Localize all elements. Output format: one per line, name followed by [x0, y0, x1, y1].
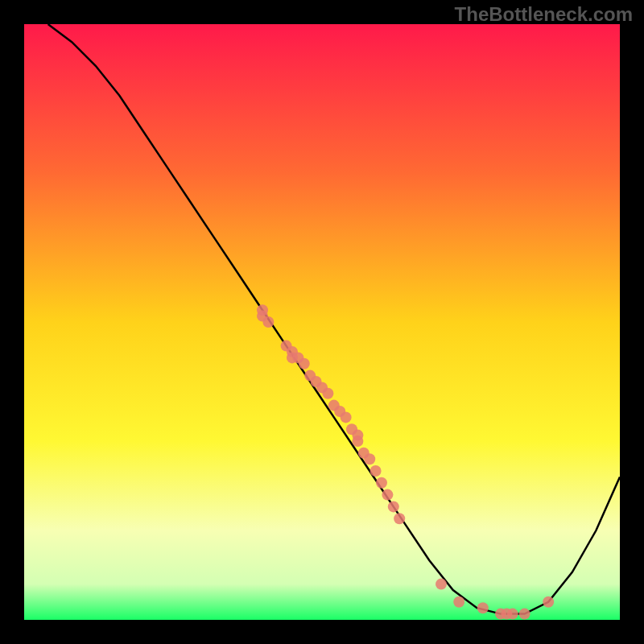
data-marker — [364, 453, 375, 464]
chart-svg — [24, 24, 620, 620]
data-marker — [376, 477, 387, 489]
data-marker — [519, 609, 530, 620]
watermark-text: TheBottleneck.com — [455, 3, 633, 26]
data-marker — [322, 388, 333, 399]
data-marker — [370, 465, 382, 477]
data-marker — [388, 501, 399, 512]
chart-container — [24, 24, 620, 620]
data-marker — [436, 579, 447, 590]
data-marker — [341, 411, 352, 423]
data-marker — [477, 602, 489, 613]
data-marker — [382, 489, 393, 501]
data-marker — [299, 358, 310, 369]
data-marker — [394, 513, 405, 524]
data-marker — [543, 597, 554, 608]
data-marker — [507, 609, 518, 620]
chart-background — [24, 24, 620, 620]
data-marker — [262, 316, 274, 328]
data-marker — [352, 436, 363, 447]
data-marker — [453, 597, 464, 608]
